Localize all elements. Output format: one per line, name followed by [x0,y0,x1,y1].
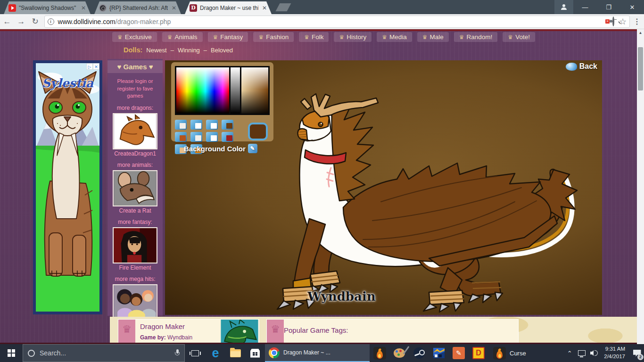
dolls-link-beloved[interactable]: Beloved [211,47,233,54]
dolls-link-winning[interactable]: Winning [178,47,200,54]
swatch-chip[interactable] [175,132,187,142]
nav-item-history[interactable]: ♛History [334,32,372,42]
store-taskbar-button[interactable] [245,344,265,362]
sylestia-logo: Sylestia [36,76,99,90]
game-by-value[interactable]: Wyndbain [167,334,192,341]
restore-button[interactable]: ❐ [597,0,620,14]
hue-gradient[interactable] [176,67,229,114]
search-input[interactable] [40,349,170,357]
close-button[interactable]: ✕ [620,0,644,14]
nav-item-animals[interactable]: ♛Animals [162,32,203,42]
action-center-button[interactable]: 2 [630,344,644,362]
thumb-create-a-rat[interactable] [113,170,157,206]
swatch-chip[interactable] [222,120,233,130]
edge-taskbar-button[interactable]: e [206,344,225,362]
thumb-label[interactable]: Fire Element [107,264,163,271]
color-gradient-box[interactable] [175,66,270,115]
scroll-up-arrow[interactable]: ▲ [637,29,644,37]
tray-chevron-icon[interactable]: ⌃ [563,344,576,362]
thumb-fly-squad[interactable] [113,284,157,321]
thumb-fire-element[interactable] [113,227,157,263]
page-scrollbar[interactable]: ▲ [637,29,644,344]
gray-gradient[interactable] [231,67,240,114]
curse-window-button[interactable]: Curse [488,344,549,362]
back-button[interactable]: Back [566,62,597,71]
back-icon[interactable]: ← [0,17,14,26]
new-tab-button[interactable] [275,3,291,11]
tab-swallowing-shadows[interactable]: "Swallowing Shadows" H ✕ [4,1,91,14]
curse-app-taskbar-button[interactable] [370,344,389,362]
bookmark-star-icon[interactable]: ☆ [619,17,627,26]
dragon-maker-panel[interactable]: ♛ Dragon Maker Game by: Wyndbain [118,319,259,344]
nav-item-fashion[interactable]: ♛Fashion [253,32,294,42]
shade-gradient[interactable] [241,67,268,114]
tab-title: Dragon Maker ~ use this [200,5,258,11]
d-app-taskbar-button[interactable]: D [469,344,488,362]
swatch-chip[interactable] [222,132,233,142]
nav-item-exclusive[interactable]: ♛Exclusive [112,32,157,42]
steam-taskbar-button[interactable] [409,344,429,362]
thumb-label[interactable]: CreateaDragon1 [107,150,163,157]
scrollbar-thumb[interactable] [638,47,643,90]
swatch-chip[interactable] [175,120,187,130]
tab-shattered-ash[interactable]: {RP} Shattered Ash: After ✕ [94,1,181,14]
tab-close-icon[interactable]: ✕ [171,5,177,11]
thumb-label[interactable]: Create a Rat [107,207,163,214]
nav-item-random[interactable]: ♛Random! [454,32,498,42]
profile-button[interactable] [554,0,573,14]
crown-icon: ♛ [118,320,135,344]
swatch-chip[interactable] [190,132,202,142]
nav-item-vote[interactable]: ♛Vote! [503,32,535,42]
maker-canvas[interactable]: Background Color ✎ Back Wyndbain [165,60,602,315]
zoom-out-icon[interactable] [612,17,614,26]
start-button[interactable] [0,344,23,362]
nav-item-folk[interactable]: ♛Folk [299,32,329,42]
clock-date: 2/4/2017 [604,353,625,361]
dolls-link-newest[interactable]: Newest [146,47,166,54]
dolldivine-favicon: D [190,4,197,12]
forward-icon[interactable]: → [14,17,28,26]
network-icon[interactable] [576,344,588,362]
volume-icon[interactable] [588,344,600,362]
file-explorer-taskbar-button[interactable] [225,344,245,362]
cortana-search-box[interactable] [23,344,185,362]
swatch-chip[interactable] [206,132,218,142]
footer-game-thumb[interactable] [220,320,259,344]
tab-dragon-maker[interactable]: D Dragon Maker ~ use this ✕ [185,1,272,14]
paint-taskbar-button[interactable] [389,344,409,362]
chart-app-taskbar-button[interactable] [429,344,449,362]
sylestia-ad[interactable]: Sylestia ▷ ✕ [33,60,102,314]
fly-squad-thumb-art [114,285,157,320]
edge-icon: e [212,346,219,361]
chrome-icon [269,347,280,358]
ad-close-icon[interactable]: ✕ [93,63,99,70]
chrome-window-label: Dragon Maker ~ ... [283,349,330,356]
swatch-chip[interactable] [206,120,218,130]
edit-color-icon[interactable]: ✎ [248,144,257,153]
thumb-createadragon1[interactable] [113,113,157,149]
nav-item-media[interactable]: ♛Media [377,32,412,42]
popular-tags-panel: ♛ Popular Game Tags: [266,319,519,344]
current-color-swatch[interactable] [248,123,268,140]
chrome-taskbar-button[interactable]: Dragon Maker ~ ... [265,344,370,362]
pencil-app-taskbar-button[interactable]: ✎ [449,344,469,362]
games-header: ♥ Games ♥ [107,60,163,73]
adchoices-icon[interactable]: ▷ [86,63,93,70]
reload-icon[interactable]: ↻ [28,16,42,26]
taskbar-clock[interactable]: 9:31 AM 2/4/2017 [600,346,630,360]
swatch-chip[interactable] [190,120,202,130]
minimize-button[interactable]: — [573,0,597,14]
tab-close-icon[interactable]: ✕ [261,5,268,11]
nav-item-male[interactable]: ♛Male [417,32,449,42]
task-view-button[interactable] [185,344,206,362]
footer-game-title[interactable]: Dragon Maker [140,322,215,330]
address-bar[interactable]: i www.dolldivine.com/dragon-maker.php ☆ [44,16,630,28]
game-by-label: Game by: [140,334,166,341]
tab-close-icon[interactable]: ✕ [80,5,87,11]
page-info-icon[interactable]: i [48,18,54,25]
section-more-animals: more animals: [107,162,163,168]
nav-item-fantasy[interactable]: ♛Fantasy [208,32,248,42]
crown-icon: ♛ [213,34,218,40]
menu-dots-icon[interactable]: ⋮ [630,17,644,26]
microphone-icon[interactable] [175,349,180,357]
